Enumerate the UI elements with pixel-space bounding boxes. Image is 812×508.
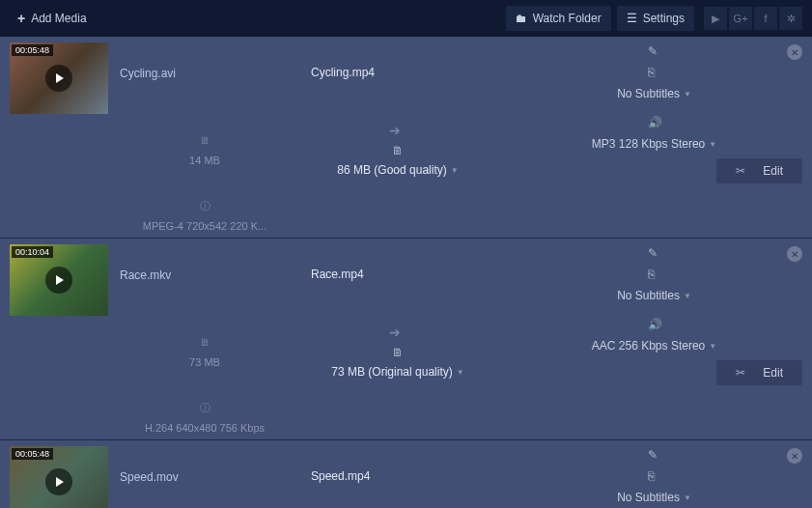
- chevron-down-icon: ▼: [451, 166, 459, 175]
- source-filename: Speed.mov: [120, 468, 290, 484]
- thumbnail[interactable]: 00:10:04: [10, 244, 108, 316]
- thumbnail[interactable]: 00:05:48: [10, 446, 108, 508]
- pencil-icon[interactable]: ✎: [648, 44, 661, 58]
- play-icon[interactable]: [45, 267, 72, 294]
- settings-label: Settings: [643, 12, 685, 25]
- document-icon: 🗎: [198, 335, 211, 349]
- share-icon[interactable]: ✲: [779, 7, 802, 30]
- edit-label: Edit: [763, 164, 783, 178]
- subtitles-dropdown[interactable]: No Subtitles ▼: [617, 87, 691, 100]
- document-icon: 🗎: [391, 144, 405, 157]
- watch-folder-button[interactable]: 🖿 Watch Folder: [506, 6, 611, 31]
- remove-file-button[interactable]: ✕: [787, 44, 802, 60]
- remove-file-button[interactable]: ✕: [787, 448, 802, 464]
- output-filename: Race.mp4: [311, 268, 364, 281]
- chevron-down-icon: ▼: [684, 90, 691, 99]
- audio-dropdown[interactable]: AAC 256 Kbps Stereo▼: [592, 339, 716, 353]
- subtitle-icon: ⎘: [648, 268, 661, 281]
- subtitles-dropdown[interactable]: No Subtitles▼: [617, 289, 691, 302]
- source-size: 14 MB: [189, 155, 220, 166]
- output-filename: Cycling.mp4: [311, 66, 375, 79]
- source-size: 73 MB: [189, 356, 220, 368]
- subtitles-value: No Subtitles: [617, 491, 680, 504]
- chevron-down-icon: ▼: [684, 494, 691, 502]
- chevron-down-icon: ▼: [709, 140, 716, 149]
- file-row: 00:10:04 Race.mkv Race.mp4 ✎ ⎘ No Subtit…: [0, 239, 812, 440]
- speaker-icon: 🔊: [648, 318, 661, 331]
- source-codec: H.264 640x480 756 Kbps: [145, 422, 265, 434]
- hamburger-icon: ☰: [627, 12, 637, 25]
- chevron-down-icon: ▼: [684, 292, 691, 300]
- thumbnail[interactable]: 00:05:48: [10, 42, 108, 114]
- settings-button[interactable]: ☰ Settings: [617, 6, 694, 31]
- folder-icon: 🖿: [516, 12, 527, 25]
- output-filename: Speed.mp4: [311, 469, 370, 483]
- info-icon: ⓘ: [198, 401, 211, 414]
- source-filename: Race.mkv: [120, 267, 290, 282]
- facebook-icon[interactable]: f: [754, 7, 777, 30]
- scissors-icon: ✂: [736, 366, 745, 380]
- chevron-down-icon: ▼: [709, 342, 716, 351]
- topbar: + Add Media 🖿 Watch Folder ☰ Settings ▶ …: [0, 0, 812, 37]
- edit-label: Edit: [763, 366, 783, 380]
- play-icon[interactable]: [45, 65, 72, 92]
- duration-badge: 00:10:04: [12, 246, 53, 258]
- output-size: 86 MB (Good quality): [337, 163, 446, 177]
- pencil-icon[interactable]: ✎: [648, 246, 661, 260]
- subtitle-icon: ⎘: [648, 469, 661, 483]
- watch-folder-label: Watch Folder: [533, 12, 602, 25]
- add-media-label: Add Media: [31, 12, 86, 25]
- file-row: 00:05:48 Cycling.avi Cycling.mp4 ✎ ⎘: [0, 37, 812, 239]
- play-icon[interactable]: [45, 468, 72, 495]
- quality-dropdown[interactable]: 86 MB (Good quality) ▼: [337, 163, 458, 177]
- source-filename: Cycling.avi: [120, 65, 290, 80]
- audio-value: MP3 128 Kbps Stereo: [592, 137, 705, 151]
- audio-dropdown[interactable]: MP3 128 Kbps Stereo ▼: [592, 137, 716, 151]
- duration-badge: 00:05:48: [12, 448, 53, 460]
- info-icon: ⓘ: [198, 199, 211, 212]
- subtitles-value: No Subtitles: [617, 87, 680, 100]
- plus-icon: +: [17, 11, 25, 26]
- edit-button[interactable]: ✂ Edit: [716, 158, 802, 183]
- pencil-icon[interactable]: ✎: [648, 448, 661, 462]
- chevron-down-icon: ▼: [457, 368, 464, 377]
- file-row: 00:05:48 Speed.mov Speed.mp4 ✎ ⎘ No Subt…: [0, 440, 812, 508]
- audio-value: AAC 256 Kbps Stereo: [592, 339, 705, 353]
- quality-dropdown[interactable]: 73 MB (Original quality)▼: [331, 365, 463, 379]
- source-codec: MPEG-4 720x542 220 K...: [143, 220, 266, 232]
- speaker-icon: 🔊: [648, 116, 661, 129]
- add-media-button[interactable]: + Add Media: [10, 7, 95, 30]
- subtitles-dropdown[interactable]: No Subtitles▼: [617, 491, 691, 504]
- googleplus-icon[interactable]: G+: [729, 7, 752, 30]
- output-size: 73 MB (Original quality): [331, 365, 452, 379]
- subtitles-value: No Subtitles: [617, 289, 680, 302]
- document-icon: 🗎: [391, 346, 405, 359]
- edit-button[interactable]: ✂Edit: [716, 360, 802, 385]
- file-list: 00:05:48 Cycling.avi Cycling.mp4 ✎ ⎘: [0, 37, 812, 508]
- remove-file-button[interactable]: ✕: [787, 246, 802, 262]
- youtube-icon[interactable]: ▶: [704, 7, 727, 30]
- scissors-icon: ✂: [736, 164, 745, 178]
- arrow-right-icon: ➔: [389, 123, 401, 138]
- duration-badge: 00:05:48: [12, 44, 53, 56]
- subtitle-icon: ⎘: [648, 66, 661, 79]
- arrow-right-icon: ➔: [389, 325, 401, 340]
- document-icon: 🗎: [198, 133, 211, 147]
